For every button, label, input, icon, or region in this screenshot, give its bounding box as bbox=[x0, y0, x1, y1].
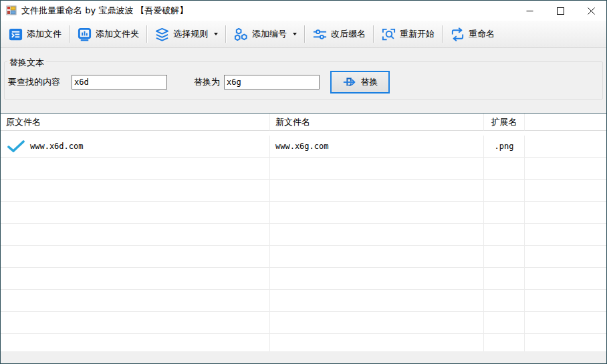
restart-label: 重新开始 bbox=[400, 28, 435, 40]
empty-row-cell[interactable] bbox=[270, 158, 484, 180]
empty-row-cell[interactable] bbox=[525, 224, 606, 246]
empty-row-cell[interactable] bbox=[525, 180, 606, 202]
empty-row-cell[interactable] bbox=[1, 158, 270, 180]
empty-row-cell[interactable] bbox=[484, 312, 525, 334]
select-rule-label: 选择规则 bbox=[173, 28, 208, 40]
change-extension-button[interactable]: 改后缀名 bbox=[306, 23, 372, 45]
empty-row-cell[interactable] bbox=[484, 268, 525, 290]
select-rule-button[interactable]: 选择规则 bbox=[148, 23, 224, 45]
add-number-button[interactable]: 添加编号 bbox=[227, 23, 303, 45]
empty-row-cell[interactable] bbox=[1, 312, 270, 334]
toolbar-separator bbox=[373, 25, 374, 43]
add-files-icon bbox=[8, 27, 23, 42]
find-label: 要查找的内容 bbox=[8, 76, 72, 88]
empty-row-cell[interactable] bbox=[484, 290, 525, 312]
group-title: 替换文本 bbox=[7, 57, 46, 69]
add-files-button[interactable]: 添加文件 bbox=[2, 23, 68, 45]
change-extension-label: 改后缀名 bbox=[331, 28, 366, 40]
add-files-label: 添加文件 bbox=[27, 28, 62, 40]
empty-row-cell[interactable] bbox=[1, 202, 270, 224]
app-window: 文件批量重命名 by 宝鼎波波 【吾爱破解】 bbox=[0, 0, 607, 364]
file-extension: .png bbox=[495, 142, 514, 151]
column-header-original[interactable]: 原文件名 bbox=[1, 114, 270, 131]
caption-buttons bbox=[514, 1, 606, 21]
numbering-icon bbox=[233, 27, 249, 42]
empty-row-cell[interactable] bbox=[484, 202, 525, 224]
find-input[interactable] bbox=[72, 75, 167, 89]
replace-button-label: 替换 bbox=[361, 76, 378, 88]
toolbar-separator bbox=[146, 25, 147, 43]
toolbar-separator bbox=[442, 25, 443, 43]
check-icon bbox=[7, 140, 25, 152]
restart-scan-icon bbox=[381, 27, 396, 42]
toolbar-separator bbox=[69, 25, 70, 43]
empty-row-cell[interactable] bbox=[1, 180, 270, 202]
add-folder-label: 添加文件夹 bbox=[96, 28, 139, 40]
rename-button[interactable]: 重命名 bbox=[444, 23, 501, 45]
new-filename: www.x6g.com bbox=[275, 142, 328, 151]
empty-row-cell[interactable] bbox=[525, 202, 606, 224]
replace-button[interactable]: 替换 bbox=[330, 71, 390, 94]
table-row-original-cell[interactable]: www.x6d.com bbox=[1, 136, 270, 158]
empty-row-cell[interactable] bbox=[484, 180, 525, 202]
file-table: 原文件名 新文件名 扩展名 www.x6d.com www.x6g.com .p… bbox=[1, 113, 606, 351]
table-row-extension-cell[interactable]: .png bbox=[484, 136, 525, 158]
empty-row-cell[interactable] bbox=[484, 246, 525, 268]
change-ext-sliders-icon bbox=[312, 27, 328, 42]
empty-row-cell[interactable] bbox=[270, 202, 484, 224]
minimize-button[interactable] bbox=[514, 1, 545, 21]
empty-row-cell[interactable] bbox=[1, 334, 270, 351]
empty-row-cell[interactable] bbox=[270, 334, 484, 351]
empty-row-cell[interactable] bbox=[270, 290, 484, 312]
empty-row-cell[interactable] bbox=[525, 312, 606, 334]
replace-text-group: 替换文本 要查找的内容 替换为 替换 bbox=[4, 61, 603, 100]
empty-row-cell[interactable] bbox=[525, 246, 606, 268]
column-header-new[interactable]: 新文件名 bbox=[270, 114, 484, 131]
column-header-extension[interactable]: 扩展名 bbox=[484, 114, 525, 131]
file-table-grid: 原文件名 新文件名 扩展名 www.x6d.com www.x6g.com .p… bbox=[1, 114, 606, 351]
add-folder-icon bbox=[77, 27, 92, 42]
empty-row-cell[interactable] bbox=[270, 224, 484, 246]
replace-arrow-icon bbox=[342, 75, 357, 89]
empty-row-cell[interactable] bbox=[270, 246, 484, 268]
window-title: 文件批量重命名 by 宝鼎波波 【吾爱破解】 bbox=[21, 5, 188, 17]
rename-loop-icon bbox=[450, 27, 465, 42]
empty-row-cell[interactable] bbox=[484, 158, 525, 180]
restart-button[interactable]: 重新开始 bbox=[375, 23, 441, 45]
empty-row-cell[interactable] bbox=[270, 312, 484, 334]
empty-row-cell[interactable] bbox=[1, 224, 270, 246]
rename-label: 重命名 bbox=[469, 28, 495, 40]
toolbar: 添加文件 添加文件夹 bbox=[1, 21, 606, 48]
app-icon bbox=[6, 5, 17, 16]
table-row-filler-cell[interactable] bbox=[525, 136, 606, 158]
toolbar-separator bbox=[225, 25, 226, 43]
add-number-label: 添加编号 bbox=[252, 28, 287, 40]
empty-row-cell[interactable] bbox=[1, 290, 270, 312]
chevron-down-icon bbox=[293, 33, 297, 35]
column-header-filler bbox=[525, 114, 606, 131]
chevron-down-icon bbox=[214, 33, 218, 35]
empty-row-cell[interactable] bbox=[270, 268, 484, 290]
empty-row-cell[interactable] bbox=[1, 268, 270, 290]
empty-row-cell[interactable] bbox=[525, 158, 606, 180]
close-button[interactable] bbox=[576, 1, 606, 21]
empty-row-cell[interactable] bbox=[1, 246, 270, 268]
replace-input[interactable] bbox=[224, 75, 320, 89]
replace-with-label: 替换为 bbox=[194, 76, 224, 88]
empty-row-cell[interactable] bbox=[270, 180, 484, 202]
replace-row: 要查找的内容 替换为 替换 bbox=[5, 71, 602, 94]
title-bar: 文件批量重命名 by 宝鼎波波 【吾爱破解】 bbox=[1, 1, 606, 21]
toolbar-separator bbox=[304, 25, 305, 43]
rules-layers-icon bbox=[154, 27, 170, 42]
empty-row-cell[interactable] bbox=[484, 334, 525, 351]
original-filename: www.x6d.com bbox=[30, 142, 83, 151]
table-row-new-cell[interactable]: www.x6g.com bbox=[270, 136, 484, 158]
empty-row-cell[interactable] bbox=[525, 268, 606, 290]
maximize-button[interactable] bbox=[545, 1, 576, 21]
add-folder-button[interactable]: 添加文件夹 bbox=[71, 23, 145, 45]
empty-row-cell[interactable] bbox=[525, 334, 606, 351]
empty-row-cell[interactable] bbox=[484, 224, 525, 246]
empty-row-cell[interactable] bbox=[525, 290, 606, 312]
